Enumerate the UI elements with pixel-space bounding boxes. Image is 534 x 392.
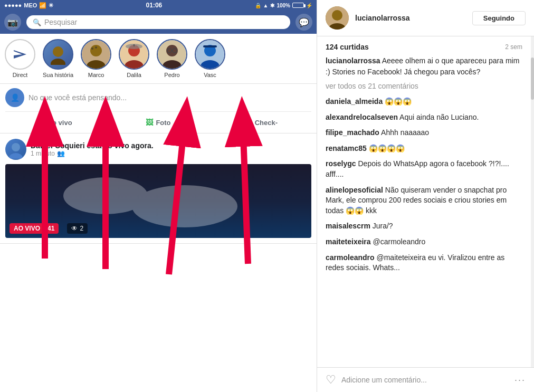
location-icon: ▲ xyxy=(263,3,269,8)
live-video-area: AO VIVO 1:41 👁 2 xyxy=(5,164,311,238)
brightness-icon: ✳ xyxy=(49,2,53,9)
story-label-marco: Marco xyxy=(88,72,104,78)
compose-input[interactable]: No que você está pensando... xyxy=(28,93,311,102)
story-item-pedro[interactable]: Pedro xyxy=(156,39,188,78)
svg-point-23 xyxy=(12,143,20,151)
live-post-header: Daniel Coquieri está ao vivo agora. 1 mi… xyxy=(5,139,311,160)
vasco-avatar-wrap xyxy=(195,39,225,70)
search-input[interactable]: Pesquisar xyxy=(44,18,77,26)
ig-comment-user-3: filipe_machado xyxy=(326,128,379,137)
search-icon: 🔍 xyxy=(33,18,41,26)
facebook-panel: ●●●●● MEO 📶 ✳ 01:06 🔒 ▲ ✱ 100% ⚡ 📷 🔍 Pes… xyxy=(0,0,317,392)
svg-rect-22 xyxy=(203,45,217,47)
ig-scrollbar-thumb xyxy=(531,58,534,100)
friends-icon: 👥 xyxy=(57,150,65,157)
live-label: Ao vivo xyxy=(47,119,72,127)
status-left: ●●●●● MEO 📶 ✳ xyxy=(4,2,53,9)
ig-comment-9: carmoleandro @maiteteixeira eu vi. Viral… xyxy=(326,253,522,273)
live-viewers: 👁 2 xyxy=(67,223,88,234)
ig-caption: lucianolarrossa Aeeee olhem ai o que apa… xyxy=(326,55,522,78)
pedro-avatar-wrap xyxy=(157,39,187,70)
battery-bar xyxy=(292,3,304,8)
battery-percent: 100% xyxy=(276,3,290,8)
messenger-icon[interactable]: 💬 xyxy=(295,14,312,31)
ig-post-time: 2 sem xyxy=(505,43,522,51)
direct-avatar xyxy=(5,39,35,70)
story-item-direct[interactable]: Direct xyxy=(4,39,36,78)
search-input-wrap[interactable]: 🔍 Pesquisar xyxy=(26,15,290,29)
ig-username: lucianolarrossa xyxy=(355,14,466,22)
svg-point-7 xyxy=(95,46,97,49)
ig-comment-user-9: carmoleandro xyxy=(326,253,375,262)
ig-comment-user-7: maisalescrm xyxy=(326,222,370,230)
checkin-action-btn[interactable]: 📍 Check- xyxy=(209,116,311,129)
ig-comment-text-3: Ahhh naaaaao xyxy=(381,128,429,137)
ig-scrollbar[interactable] xyxy=(531,36,534,367)
ig-comment-3: filipe_machado Ahhh naaaaao xyxy=(326,128,522,138)
ig-comment-5: roselygc Depois do WhatsApp agora o face… xyxy=(326,159,522,179)
svg-point-29 xyxy=(332,10,342,21)
ig-follow-button[interactable]: Seguindo xyxy=(472,11,526,25)
story-label-sua-historia: Sua história xyxy=(43,72,73,78)
story-label-direct: Direct xyxy=(13,72,28,78)
ig-comment-6: alinelopesoficial Não quiseram vender o … xyxy=(326,185,522,216)
post-actions: Ao vivo 🖼 Foto 📍 Check- xyxy=(5,112,311,129)
checkin-label: Check- xyxy=(255,119,278,127)
instagram-panel: lucianolarrossa Seguindo 124 curtidas 2 … xyxy=(317,0,534,392)
photo-icon: 🖼 xyxy=(146,118,153,127)
live-time: 1 minuto xyxy=(31,150,55,157)
direct-avatar-wrap xyxy=(5,39,35,70)
status-time: 01:06 xyxy=(146,2,163,9)
ig-comment-4: renatamc85 😱😱😱😱 xyxy=(326,144,522,154)
live-dot xyxy=(41,120,45,125)
sua-historia-avatar-wrap xyxy=(43,39,73,70)
story-label-pedro: Pedro xyxy=(164,72,179,78)
live-badge-text: AO VIVO xyxy=(14,225,40,232)
ig-comments-link[interactable]: ver todos os 21 comentários xyxy=(326,82,522,90)
ig-comment-1: daniela_almeida 😱😱😱 xyxy=(326,97,522,107)
story-item-marco[interactable]: Marco xyxy=(80,39,112,78)
ig-comment-user-4: renatamc85 xyxy=(326,144,367,152)
pedro-avatar xyxy=(157,39,187,70)
ig-comment-user-1: daniela_almeida xyxy=(326,97,383,106)
story-label-vasco: Vasc xyxy=(204,72,216,78)
dalila-avatar xyxy=(119,39,149,70)
ig-content: 124 curtidas 2 sem lucianolarrossa Aeeee… xyxy=(317,36,531,367)
ig-heart-icon[interactable]: ♡ xyxy=(326,373,336,387)
ig-comment-input[interactable]: Adicione um comentário... xyxy=(341,376,509,384)
ig-comment-text-2: Aqui ainda não Luciano. xyxy=(399,113,479,121)
compose-avatar: 👤 xyxy=(5,88,24,107)
photo-action-btn[interactable]: 🖼 Foto xyxy=(107,116,209,129)
ig-likes-row: 124 curtidas 2 sem xyxy=(326,43,522,51)
svg-point-2 xyxy=(51,59,65,65)
ig-comment-user-2: alexandrelocalseven xyxy=(326,113,398,121)
story-item-sua-historia[interactable]: Sua história xyxy=(42,39,74,78)
bluetooth-icon: ✱ xyxy=(270,3,274,8)
ig-likes-count: 124 curtidas xyxy=(326,43,369,51)
ig-comment-user-8: maiteteixeira xyxy=(326,237,371,246)
live-action-btn[interactable]: Ao vivo xyxy=(5,116,107,129)
story-item-vasco[interactable]: Vasc xyxy=(194,39,226,78)
signal-dots: ●●●●● xyxy=(4,2,22,8)
ig-comment-7: maisalescrm Jura/? xyxy=(326,221,522,232)
ig-comment-text-7: Jura/? xyxy=(373,222,393,230)
stories-row: Direct Sua história xyxy=(0,34,317,84)
checkin-icon: 📍 xyxy=(243,118,252,127)
ig-comment-text-1: 😱😱😱 xyxy=(385,97,412,106)
camera-icon[interactable]: 📷 xyxy=(4,14,21,31)
ig-comment-2: alexandrelocalseven Aqui ainda não Lucia… xyxy=(326,112,522,123)
ig-caption-username: lucianolarrossa xyxy=(326,56,380,65)
ig-comment-user-5: roselygc xyxy=(326,159,356,168)
live-user-avatar xyxy=(5,139,26,160)
ig-comment-user-6: alinelopesoficial xyxy=(326,186,383,194)
lock-icon: 🔒 xyxy=(255,3,261,8)
ig-dots-icon: ··· xyxy=(514,375,526,386)
story-item-dalila[interactable]: Dalila xyxy=(118,39,150,78)
ig-comment-footer: ♡ Adicione um comentário... ··· xyxy=(317,367,534,392)
ig-comment-text-4: 😱😱😱😱 xyxy=(369,144,405,152)
ig-comment-text-8: @carmoleandro xyxy=(373,237,426,246)
live-timer-count: 1:41 xyxy=(42,225,54,232)
charging-icon: ⚡ xyxy=(306,3,312,8)
live-post-meta: 1 minuto 👥 xyxy=(31,150,311,157)
viewer-count: 2 xyxy=(80,225,83,232)
